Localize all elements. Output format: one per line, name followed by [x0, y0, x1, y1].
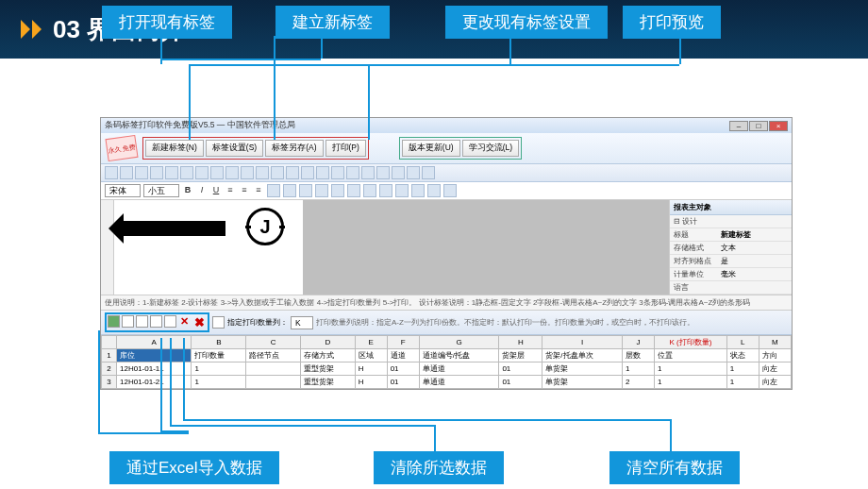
- grid-cell[interactable]: 01: [387, 376, 419, 389]
- titlebar[interactable]: 条码标签打印软件免费版V5.5 — 中国软件管理总局 – □ ×: [101, 118, 792, 133]
- tool-icon[interactable]: [443, 184, 457, 197]
- grid-cell[interactable]: 单货架: [542, 363, 623, 376]
- grid-cell[interactable]: 层数: [622, 349, 654, 363]
- col-header[interactable]: E: [355, 336, 387, 349]
- grid-cell[interactable]: 01: [387, 363, 419, 376]
- col-header[interactable]: L: [726, 336, 759, 349]
- col-header[interactable]: B: [192, 336, 246, 349]
- col-header[interactable]: J: [622, 336, 654, 349]
- grid-cell[interactable]: 1: [726, 363, 759, 376]
- tool-icon[interactable]: [346, 166, 359, 179]
- j-symbol[interactable]: J: [246, 208, 284, 245]
- arrow-shape[interactable]: [122, 221, 225, 236]
- col-header[interactable]: M: [759, 336, 791, 349]
- delete-selected-icon[interactable]: ✕: [178, 315, 191, 329]
- tool-icon[interactable]: [195, 166, 209, 179]
- bold-icon[interactable]: B: [182, 185, 193, 196]
- grid-cell[interactable]: 单货架: [542, 376, 623, 389]
- qty-col-select[interactable]: K: [291, 316, 313, 329]
- col-header[interactable]: D: [300, 336, 355, 349]
- tool-icon[interactable]: [331, 166, 344, 179]
- maximize-button[interactable]: □: [749, 121, 768, 131]
- underline-icon[interactable]: U: [210, 185, 222, 196]
- col-header[interactable]: K (打印数量): [655, 336, 727, 349]
- tool-icon[interactable]: [120, 166, 133, 179]
- tool-icon[interactable]: [363, 184, 376, 197]
- tool-icon[interactable]: [225, 166, 239, 179]
- learn-button[interactable]: 学习交流(L): [462, 140, 519, 157]
- grid-cell[interactable]: 2: [622, 376, 654, 389]
- tool-icon[interactable]: [286, 166, 299, 179]
- grid-cell[interactable]: 路径节点: [246, 349, 301, 363]
- tool-icon[interactable]: [180, 166, 193, 179]
- tool-icon[interactable]: [283, 184, 296, 197]
- tool-icon[interactable]: [256, 166, 269, 179]
- tool-icon[interactable]: [407, 166, 420, 179]
- new-label-button[interactable]: 新建标签(N): [145, 140, 204, 157]
- excel-import-icon[interactable]: [108, 315, 120, 328]
- grid-cell[interactable]: 3: [102, 376, 117, 389]
- grid-cell[interactable]: [246, 376, 301, 389]
- prop-val[interactable]: 是: [721, 256, 788, 266]
- tool-icon[interactable]: [135, 166, 148, 179]
- tool-icon[interactable]: [379, 184, 392, 197]
- grid-cell[interactable]: 通道: [387, 349, 419, 363]
- tool-icon[interactable]: [165, 166, 178, 179]
- tool-icon[interactable]: [422, 166, 435, 179]
- grid-cell[interactable]: H: [355, 363, 387, 376]
- tool-icon[interactable]: [315, 184, 328, 197]
- close-button[interactable]: ×: [769, 121, 788, 131]
- tool-icon[interactable]: [376, 166, 390, 179]
- grid-cell[interactable]: 2: [102, 363, 117, 376]
- tool-icon[interactable]: [105, 166, 118, 179]
- grid-cell[interactable]: 位置: [655, 349, 727, 363]
- grid-cell[interactable]: 货架/托盘单次: [542, 349, 623, 363]
- align-icon[interactable]: ≡: [225, 185, 236, 196]
- grid-cell[interactable]: 重型货架: [300, 376, 355, 389]
- grid-cell[interactable]: 01: [499, 363, 542, 376]
- font-select[interactable]: 宋体: [105, 184, 141, 197]
- grid-cell[interactable]: 12H01-01-21: [117, 376, 192, 389]
- grid-cell[interactable]: 状态: [726, 349, 759, 363]
- tool-icon[interactable]: [361, 166, 375, 179]
- grid-cell[interactable]: 1: [655, 363, 727, 376]
- col-header[interactable]: H: [499, 336, 542, 349]
- tool-icon[interactable]: [299, 184, 312, 197]
- grid-cell[interactable]: 区域: [355, 349, 387, 363]
- col-header[interactable]: [102, 336, 117, 349]
- col-header[interactable]: A: [117, 336, 192, 349]
- italic-icon[interactable]: I: [196, 185, 208, 196]
- col-header[interactable]: C: [246, 336, 301, 349]
- grid-cell[interactable]: [246, 363, 301, 376]
- tool-icon[interactable]: [150, 166, 163, 179]
- clear-all-icon[interactable]: ✖: [192, 315, 207, 329]
- grid-cell[interactable]: 1: [192, 363, 246, 376]
- grid-cell[interactable]: 1: [622, 363, 654, 376]
- print-button[interactable]: 打印(P): [326, 140, 366, 157]
- tool-icon[interactable]: [316, 166, 329, 179]
- grid-cell[interactable]: H: [355, 376, 387, 389]
- tool-icon[interactable]: [122, 315, 134, 328]
- grid-cell[interactable]: 1: [726, 376, 759, 389]
- prop-val[interactable]: 文本: [721, 243, 788, 253]
- tool-icon[interactable]: [301, 166, 314, 179]
- minimize-button[interactable]: –: [729, 121, 748, 131]
- col-header[interactable]: G: [419, 336, 499, 349]
- col-header[interactable]: I: [542, 336, 623, 349]
- tool-icon[interactable]: [210, 166, 224, 179]
- col-header[interactable]: F: [387, 336, 419, 349]
- grid-cell[interactable]: 1: [102, 349, 117, 363]
- grid-cell[interactable]: 通道编号/托盘: [419, 349, 499, 363]
- data-grid[interactable]: ABCDEFGHIJK (打印数量)LM 1库位打印数量路径节点存储方式区域通道…: [101, 335, 792, 389]
- tool-icon[interactable]: [136, 315, 148, 328]
- tool-icon[interactable]: [331, 184, 344, 197]
- tool-icon[interactable]: [347, 184, 360, 197]
- update-button[interactable]: 版本更新(U): [402, 140, 460, 157]
- tool-icon[interactable]: [164, 315, 176, 328]
- tool-icon[interactable]: [271, 166, 284, 179]
- prop-val[interactable]: 毫米: [721, 269, 788, 279]
- tool-icon[interactable]: [395, 184, 409, 197]
- tool-icon[interactable]: [241, 166, 254, 179]
- tool-icon[interactable]: [212, 316, 225, 329]
- grid-cell[interactable]: 12H01-01-11: [117, 363, 192, 376]
